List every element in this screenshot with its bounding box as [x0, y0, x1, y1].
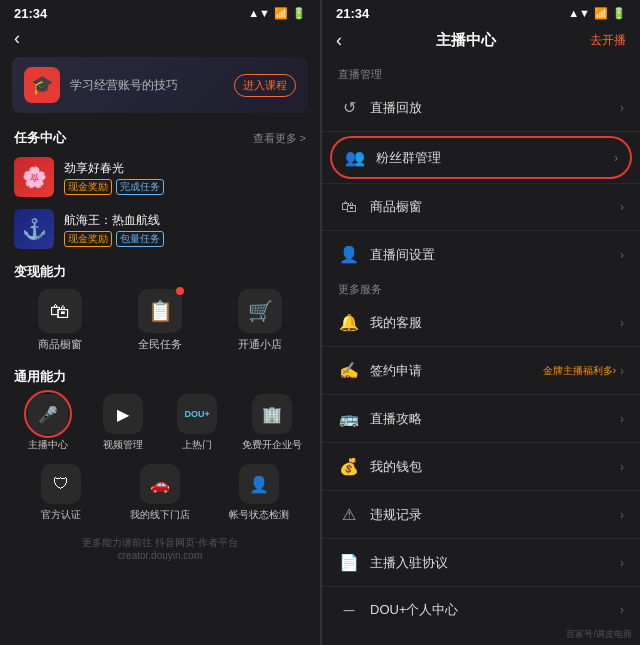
- task-name-1: 劲享好春光: [64, 160, 306, 177]
- left-panel: 21:34 ▲▼ 📶 🔋 ‹ 🎓 学习经营账号的技巧 进入课程 任务中心 查看更…: [0, 0, 320, 645]
- cap-icon-2: 🛒: [238, 289, 282, 333]
- sep-1: [322, 131, 640, 132]
- cap-label-1: 全民任务: [138, 337, 182, 352]
- sep-9: [322, 586, 640, 587]
- cap-item-1[interactable]: 📋 全民任务: [114, 289, 206, 352]
- task-info-2: 航海王：热血航线 现金奖励 包量任务: [64, 212, 306, 247]
- cap-item-2[interactable]: 🛒 开通小店: [214, 289, 306, 352]
- watermark: 百家号/调皮电商: [566, 628, 632, 641]
- task-tag-2a: 现金奖励: [64, 231, 112, 247]
- left-header: ‹: [0, 24, 320, 57]
- menu-text-settings: 直播间设置: [370, 246, 620, 264]
- product-arrow: ›: [620, 200, 624, 214]
- menu-text-sign: 签约申请: [370, 362, 543, 380]
- dou-icon: —: [338, 604, 360, 616]
- gen-item-0[interactable]: 🎤 主播中心: [14, 394, 83, 452]
- product-icon: 🛍: [338, 198, 360, 216]
- task-more-link[interactable]: 查看更多 >: [253, 131, 306, 146]
- guide-icon: 🚌: [338, 409, 360, 428]
- gen-item2-2[interactable]: 👤 帐号状态检测: [213, 464, 306, 522]
- gen-icon-3: 🏢: [252, 394, 292, 434]
- gen-item2-0[interactable]: 🛡 官方认证: [14, 464, 107, 522]
- dou-arrow: ›: [620, 603, 624, 617]
- sign-icon: ✍: [338, 361, 360, 380]
- cap-icon-0: 🛍: [38, 289, 82, 333]
- wallet-icon: 💰: [338, 457, 360, 476]
- sign-sub: 金牌主播福利多›: [543, 364, 616, 378]
- task-thumb-1: 🌸: [14, 157, 54, 197]
- gen-item-1[interactable]: ▶ 视频管理: [89, 394, 158, 452]
- sep-4: [322, 346, 640, 347]
- menu-wallet[interactable]: 💰 我的钱包 ›: [322, 445, 640, 488]
- menu-anchor-agreement[interactable]: 📄 主播入驻协议 ›: [322, 541, 640, 584]
- back-button[interactable]: ‹: [14, 28, 20, 49]
- right-time: 21:34: [336, 6, 369, 21]
- settings-icon: 👤: [338, 245, 360, 264]
- customer-arrow: ›: [620, 316, 624, 330]
- creative-section-title: 变现能力: [14, 263, 66, 281]
- cap-badge-1: [176, 287, 184, 295]
- gen-icon-2: DOU+: [177, 394, 217, 434]
- menu-text-fans: 粉丝群管理: [376, 149, 614, 167]
- enter-course-button[interactable]: 进入课程: [234, 74, 296, 97]
- task-tags-2: 现金奖励 包量任务: [64, 231, 306, 247]
- sep-6: [322, 442, 640, 443]
- menu-live-replay[interactable]: ↺ 直播回放 ›: [322, 86, 640, 129]
- menu-dou-plus[interactable]: — DOU+个人中心 ›: [322, 589, 640, 631]
- fans-icon: 👥: [344, 148, 366, 167]
- menu-text-guide: 直播攻略: [370, 410, 620, 428]
- gen-item2-1[interactable]: 🚗 我的线下门店: [113, 464, 206, 522]
- violation-arrow: ›: [620, 508, 624, 522]
- left-status-icons: ▲▼ 📶 🔋: [248, 7, 306, 20]
- left-time: 21:34: [14, 6, 47, 21]
- cap-icon-1: 📋: [138, 289, 182, 333]
- gen-icon-1: ▶: [103, 394, 143, 434]
- task-item-2[interactable]: ⚓ 航海王：热血航线 现金奖励 包量任务: [0, 203, 320, 255]
- right-status-icons: ▲▼ 📶 🔋: [568, 7, 626, 20]
- menu-customer-service[interactable]: 🔔 我的客服 ›: [322, 301, 640, 344]
- cap-label-0: 商品橱窗: [38, 337, 82, 352]
- customer-icon: 🔔: [338, 313, 360, 332]
- gen-label2-1: 我的线下门店: [130, 508, 190, 522]
- replay-icon: ↺: [338, 98, 360, 117]
- wallet-arrow: ›: [620, 460, 624, 474]
- task-item-1[interactable]: 🌸 劲享好春光 现金奖励 完成任务: [0, 151, 320, 203]
- gen-item-2[interactable]: DOU+ 上热门: [163, 394, 232, 452]
- replay-arrow: ›: [620, 101, 624, 115]
- menu-product-window[interactable]: 🛍 商品橱窗 ›: [322, 186, 640, 228]
- gen-icon2-0: 🛡: [41, 464, 81, 504]
- right-page-title: 主播中心: [342, 31, 590, 50]
- sep-8: [322, 538, 640, 539]
- task-thumb-2: ⚓: [14, 209, 54, 249]
- go-live-button[interactable]: 去开播: [590, 32, 626, 49]
- menu-text-agreement: 主播入驻协议: [370, 554, 620, 572]
- gen-icon2-2: 👤: [239, 464, 279, 504]
- task-tag-1b: 完成任务: [116, 179, 164, 195]
- cap-item-0[interactable]: 🛍 商品橱窗: [14, 289, 106, 352]
- gen-label-0: 主播中心: [28, 438, 68, 452]
- gen-label-3: 免费开企业号: [242, 438, 302, 452]
- sep-5: [322, 394, 640, 395]
- gen-label-1: 视频管理: [103, 438, 143, 452]
- menu-fans-group[interactable]: 👥 粉丝群管理 ›: [330, 136, 632, 179]
- left-footer: 更多能力请前往 抖音网页·作者平台 creator.douyin.com: [0, 530, 320, 565]
- menu-live-guide[interactable]: 🚌 直播攻略 ›: [322, 397, 640, 440]
- menu-text-violation: 违规记录: [370, 506, 620, 524]
- gen-item-3[interactable]: 🏢 免费开企业号: [238, 394, 307, 452]
- menu-live-settings[interactable]: 👤 直播间设置 ›: [322, 233, 640, 276]
- agreement-arrow: ›: [620, 556, 624, 570]
- task-name-2: 航海王：热血航线: [64, 212, 306, 229]
- task-tag-1a: 现金奖励: [64, 179, 112, 195]
- menu-sign-apply[interactable]: ✍ 签约申请 金牌主播福利多› ›: [322, 349, 640, 392]
- settings-arrow: ›: [620, 248, 624, 262]
- task-section-title: 任务中心: [14, 129, 66, 147]
- sep-7: [322, 490, 640, 491]
- sep-3: [322, 230, 640, 231]
- general-section-title: 通用能力: [14, 368, 66, 386]
- violation-icon: ⚠: [338, 505, 360, 524]
- creative-section-header: 变现能力: [0, 255, 320, 285]
- creative-grid: 🛍 商品橱窗 📋 全民任务 🛒 开通小店: [0, 285, 320, 360]
- menu-violation[interactable]: ⚠ 违规记录 ›: [322, 493, 640, 536]
- gen-icon-0: 🎤: [28, 394, 68, 434]
- cap-label-2: 开通小店: [238, 337, 282, 352]
